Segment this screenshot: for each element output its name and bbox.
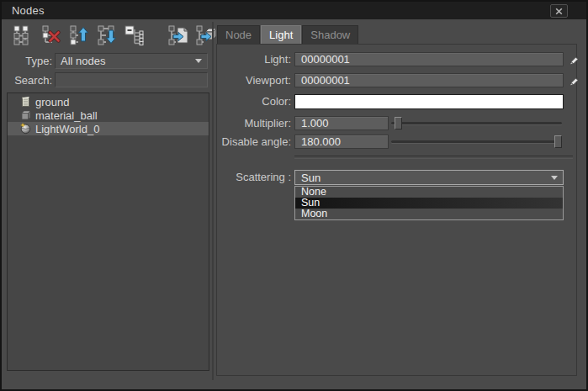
multiplier-field[interactable]: 1.000 — [294, 116, 389, 130]
scattering-option-sun[interactable]: Sun — [295, 198, 563, 209]
chevron-down-icon — [195, 59, 202, 63]
tab-shadow[interactable]: Shadow — [302, 25, 358, 44]
scattering-dropdown[interactable]: Sun — [294, 170, 564, 185]
scattering-option-none[interactable]: None — [295, 187, 563, 198]
viewport-label: Viewport: — [217, 73, 291, 87]
tree-item-label: material_ball — [35, 109, 98, 122]
copy-nodes-to-file-icon — [167, 24, 189, 46]
pencil-icon — [568, 54, 580, 66]
delete-nodes-icon — [40, 24, 62, 46]
viewport-row: Viewport: 00000001 — [217, 73, 576, 87]
tree-item-ground[interactable]: ground — [8, 95, 209, 108]
light-id-field[interactable]: 00000001 — [294, 52, 564, 66]
nodes-toolbar — [12, 24, 217, 47]
close-icon — [555, 8, 563, 15]
node-tree: ground material_ball — [7, 92, 209, 371]
chevron-down-icon — [551, 176, 558, 180]
multiplier-slider[interactable] — [391, 116, 562, 130]
tree-item-lightworld-0[interactable]: LightWorld_0 — [8, 122, 209, 135]
move-node-down-icon — [96, 24, 118, 46]
disable-angle-slider[interactable] — [391, 135, 562, 149]
multiplier-label: Multiplier: — [217, 116, 291, 130]
panel-splitter[interactable] — [212, 22, 214, 380]
globe-light-icon — [20, 123, 31, 135]
pencil-icon — [568, 75, 580, 87]
scattering-dropdown-value: Sun — [295, 172, 551, 184]
disable-angle-slider-handle[interactable] — [554, 135, 562, 148]
tree-item-label: LightWorld_0 — [35, 123, 99, 135]
move-node-up-icon — [68, 24, 90, 46]
collapse-tree-button[interactable] — [123, 24, 146, 47]
file-icon — [20, 96, 31, 108]
properties-tabs: Node Light Shadow — [217, 25, 358, 44]
tree-item-material-ball[interactable]: material_ball — [8, 108, 209, 122]
color-swatch[interactable] — [294, 94, 564, 109]
viewport-edit-button[interactable] — [567, 73, 580, 87]
disable-angle-field[interactable]: 180.000 — [294, 135, 389, 149]
light-properties-group: Light: 00000001 Viewport: 00000001 — [216, 44, 577, 376]
copy-nodes-to-file-button[interactable] — [167, 24, 189, 47]
multiplier-row: Multiplier: 1.000 — [217, 116, 576, 130]
disable-angle-row: Disable angle: 180.000 — [217, 135, 576, 149]
collapse-tree-icon — [124, 24, 146, 46]
viewport-id-field[interactable]: 00000001 — [294, 73, 564, 87]
nodes-window: Nodes — [0, 0, 588, 391]
light-row: Light: 00000001 — [217, 52, 576, 66]
add-nodes-icon — [13, 24, 34, 46]
window-title: Nodes — [12, 4, 45, 17]
search-input[interactable] — [55, 72, 208, 87]
tab-light[interactable]: Light — [261, 25, 301, 44]
slider-track[interactable] — [391, 140, 562, 143]
disable-angle-label: Disable angle: — [217, 135, 291, 149]
multiplier-slider-handle[interactable] — [395, 117, 402, 129]
scattering-options-list: None Sun Moon — [294, 186, 564, 220]
scattering-option-moon[interactable]: Moon — [295, 209, 563, 219]
type-label: Type: — [10, 53, 52, 69]
tree-item-label: ground — [35, 96, 69, 108]
slider-track[interactable] — [391, 122, 562, 124]
titlebar[interactable]: Nodes — [2, 2, 586, 19]
color-row: Color: — [217, 94, 576, 108]
search-label: Search: — [5, 73, 52, 88]
cube-icon — [20, 109, 31, 121]
color-label: Color: — [217, 94, 291, 108]
section-separator — [294, 156, 573, 158]
delete-nodes-button[interactable] — [40, 24, 62, 47]
type-dropdown[interactable]: All nodes — [55, 53, 208, 69]
type-dropdown-value: All nodes — [56, 55, 195, 67]
close-button[interactable] — [550, 4, 568, 18]
tab-node[interactable]: Node — [217, 25, 260, 44]
move-node-down-button[interactable] — [95, 24, 118, 47]
add-nodes-button[interactable] — [12, 24, 34, 47]
scattering-label: Scattering : — [217, 170, 291, 184]
light-label: Light: — [217, 52, 291, 66]
move-node-up-button[interactable] — [67, 24, 90, 47]
light-edit-button[interactable] — [567, 52, 580, 66]
